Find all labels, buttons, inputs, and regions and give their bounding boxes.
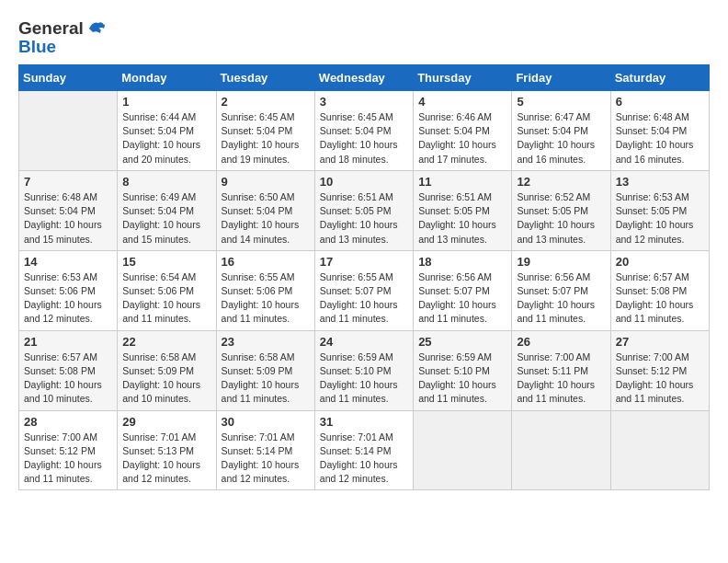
calendar-cell: 18Sunrise: 6:56 AMSunset: 5:07 PMDayligh…: [414, 250, 512, 330]
day-number: 25: [418, 335, 506, 349]
calendar-cell: 15Sunrise: 6:54 AMSunset: 5:06 PMDayligh…: [118, 250, 216, 330]
day-info: Sunrise: 6:46 AMSunset: 5:04 PMDaylight:…: [418, 110, 506, 167]
day-number: 8: [122, 175, 210, 189]
day-info: Sunrise: 7:01 AMSunset: 5:13 PMDaylight:…: [122, 431, 210, 487]
calendar-week-row: 21Sunrise: 6:57 AMSunset: 5:08 PMDayligh…: [19, 330, 710, 410]
day-number: 29: [122, 415, 210, 429]
calendar-cell: 21Sunrise: 6:57 AMSunset: 5:08 PMDayligh…: [19, 330, 118, 410]
calendar-cell: 11Sunrise: 6:51 AMSunset: 5:05 PMDayligh…: [414, 170, 512, 250]
day-info: Sunrise: 6:48 AMSunset: 5:04 PMDaylight:…: [24, 190, 112, 247]
day-info: Sunrise: 6:59 AMSunset: 5:10 PMDaylight:…: [418, 350, 506, 407]
day-number: 21: [24, 335, 112, 349]
day-info: Sunrise: 7:00 AMSunset: 5:12 PMDaylight:…: [616, 350, 704, 407]
calendar-cell: [414, 410, 512, 490]
calendar-cell: 13Sunrise: 6:53 AMSunset: 5:05 PMDayligh…: [610, 170, 709, 250]
calendar-cell: [19, 91, 118, 171]
logo: General Blue: [18, 18, 106, 57]
day-info: Sunrise: 6:49 AMSunset: 5:04 PMDaylight:…: [122, 190, 210, 247]
calendar-cell: 27Sunrise: 7:00 AMSunset: 5:12 PMDayligh…: [610, 330, 709, 410]
calendar-cell: 2Sunrise: 6:45 AMSunset: 5:04 PMDaylight…: [216, 91, 314, 171]
day-number: 23: [222, 335, 310, 349]
day-number: 9: [222, 175, 310, 189]
calendar-cell: 31Sunrise: 7:01 AMSunset: 5:14 PMDayligh…: [314, 410, 413, 490]
calendar-cell: 23Sunrise: 6:58 AMSunset: 5:09 PMDayligh…: [216, 330, 314, 410]
day-info: Sunrise: 7:01 AMSunset: 5:14 PMDaylight:…: [222, 431, 310, 487]
calendar-cell: 26Sunrise: 7:00 AMSunset: 5:11 PMDayligh…: [512, 330, 610, 410]
logo-blue-text: Blue: [18, 37, 106, 57]
day-number: 31: [320, 415, 408, 429]
calendar-cell: 9Sunrise: 6:50 AMSunset: 5:04 PMDaylight…: [216, 170, 314, 250]
col-header-sunday: Sunday: [19, 65, 118, 91]
day-info: Sunrise: 6:53 AMSunset: 5:05 PMDaylight:…: [616, 190, 704, 247]
day-number: 19: [517, 255, 605, 269]
day-number: 10: [320, 175, 408, 189]
day-number: 16: [222, 255, 310, 269]
col-header-friday: Friday: [512, 65, 610, 91]
day-number: 22: [122, 335, 210, 349]
calendar-cell: 6Sunrise: 6:48 AMSunset: 5:04 PMDaylight…: [610, 91, 709, 171]
calendar-cell: 5Sunrise: 6:47 AMSunset: 5:04 PMDaylight…: [512, 91, 610, 171]
day-number: 6: [616, 95, 704, 109]
day-number: 3: [320, 95, 408, 109]
calendar-cell: 17Sunrise: 6:55 AMSunset: 5:07 PMDayligh…: [314, 250, 413, 330]
day-info: Sunrise: 6:51 AMSunset: 5:05 PMDaylight:…: [418, 190, 506, 247]
day-info: Sunrise: 6:58 AMSunset: 5:09 PMDaylight:…: [222, 350, 310, 407]
day-info: Sunrise: 6:48 AMSunset: 5:04 PMDaylight:…: [616, 110, 704, 167]
col-header-monday: Monday: [118, 65, 216, 91]
calendar-cell: 24Sunrise: 6:59 AMSunset: 5:10 PMDayligh…: [314, 330, 413, 410]
day-number: 18: [418, 255, 506, 269]
day-number: 4: [418, 95, 506, 109]
calendar-week-row: 1Sunrise: 6:44 AMSunset: 5:04 PMDaylight…: [19, 91, 710, 171]
day-number: 13: [616, 175, 704, 189]
day-number: 2: [222, 95, 310, 109]
calendar-cell: 10Sunrise: 6:51 AMSunset: 5:05 PMDayligh…: [314, 170, 413, 250]
day-number: 14: [24, 255, 112, 269]
logo-bird-svg: [85, 19, 106, 38]
calendar-week-row: 7Sunrise: 6:48 AMSunset: 5:04 PMDaylight…: [19, 170, 710, 250]
day-number: 7: [24, 175, 112, 189]
day-info: Sunrise: 7:01 AMSunset: 5:14 PMDaylight:…: [320, 431, 408, 487]
day-info: Sunrise: 6:54 AMSunset: 5:06 PMDaylight:…: [122, 270, 210, 327]
day-info: Sunrise: 6:52 AMSunset: 5:05 PMDaylight:…: [517, 190, 605, 247]
calendar-cell: 22Sunrise: 6:58 AMSunset: 5:09 PMDayligh…: [118, 330, 216, 410]
calendar-cell: 14Sunrise: 6:53 AMSunset: 5:06 PMDayligh…: [19, 250, 118, 330]
calendar-cell: 25Sunrise: 6:59 AMSunset: 5:10 PMDayligh…: [414, 330, 512, 410]
day-number: 30: [222, 415, 310, 429]
day-number: 1: [122, 95, 210, 109]
day-number: 17: [320, 255, 408, 269]
calendar-cell: 3Sunrise: 6:45 AMSunset: 5:04 PMDaylight…: [314, 91, 413, 171]
day-info: Sunrise: 6:55 AMSunset: 5:06 PMDaylight:…: [222, 270, 310, 327]
calendar-cell: 4Sunrise: 6:46 AMSunset: 5:04 PMDaylight…: [414, 91, 512, 171]
day-number: 12: [517, 175, 605, 189]
calendar-cell: 1Sunrise: 6:44 AMSunset: 5:04 PMDaylight…: [118, 91, 216, 171]
calendar-cell: 12Sunrise: 6:52 AMSunset: 5:05 PMDayligh…: [512, 170, 610, 250]
calendar-cell: 8Sunrise: 6:49 AMSunset: 5:04 PMDaylight…: [118, 170, 216, 250]
day-number: 11: [418, 175, 506, 189]
day-info: Sunrise: 6:45 AMSunset: 5:04 PMDaylight:…: [320, 110, 408, 167]
logo-general-text: General: [18, 18, 84, 39]
calendar-cell: 16Sunrise: 6:55 AMSunset: 5:06 PMDayligh…: [216, 250, 314, 330]
day-info: Sunrise: 6:57 AMSunset: 5:08 PMDaylight:…: [616, 270, 704, 327]
calendar-cell: 19Sunrise: 6:56 AMSunset: 5:07 PMDayligh…: [512, 250, 610, 330]
day-info: Sunrise: 6:56 AMSunset: 5:07 PMDaylight:…: [517, 270, 605, 327]
calendar-week-row: 14Sunrise: 6:53 AMSunset: 5:06 PMDayligh…: [19, 250, 710, 330]
calendar-cell: 30Sunrise: 7:01 AMSunset: 5:14 PMDayligh…: [216, 410, 314, 490]
day-info: Sunrise: 6:59 AMSunset: 5:10 PMDaylight:…: [320, 350, 408, 407]
day-info: Sunrise: 6:47 AMSunset: 5:04 PMDaylight:…: [517, 110, 605, 167]
day-number: 27: [616, 335, 704, 349]
calendar-cell: 29Sunrise: 7:01 AMSunset: 5:13 PMDayligh…: [118, 410, 216, 490]
day-number: 20: [616, 255, 704, 269]
logo-display: General Blue: [18, 18, 106, 57]
day-info: Sunrise: 6:58 AMSunset: 5:09 PMDaylight:…: [122, 350, 210, 407]
calendar-table: SundayMondayTuesdayWednesdayThursdayFrid…: [18, 64, 710, 490]
calendar-cell: 28Sunrise: 7:00 AMSunset: 5:12 PMDayligh…: [19, 410, 118, 490]
day-info: Sunrise: 6:55 AMSunset: 5:07 PMDaylight:…: [320, 270, 408, 327]
day-number: 24: [320, 335, 408, 349]
day-info: Sunrise: 7:00 AMSunset: 5:11 PMDaylight:…: [517, 350, 605, 407]
day-number: 15: [122, 255, 210, 269]
day-info: Sunrise: 6:56 AMSunset: 5:07 PMDaylight:…: [418, 270, 506, 327]
day-info: Sunrise: 6:57 AMSunset: 5:08 PMDaylight:…: [24, 350, 112, 407]
page-header: General Blue: [18, 18, 710, 57]
day-number: 28: [24, 415, 112, 429]
calendar-cell: [512, 410, 610, 490]
